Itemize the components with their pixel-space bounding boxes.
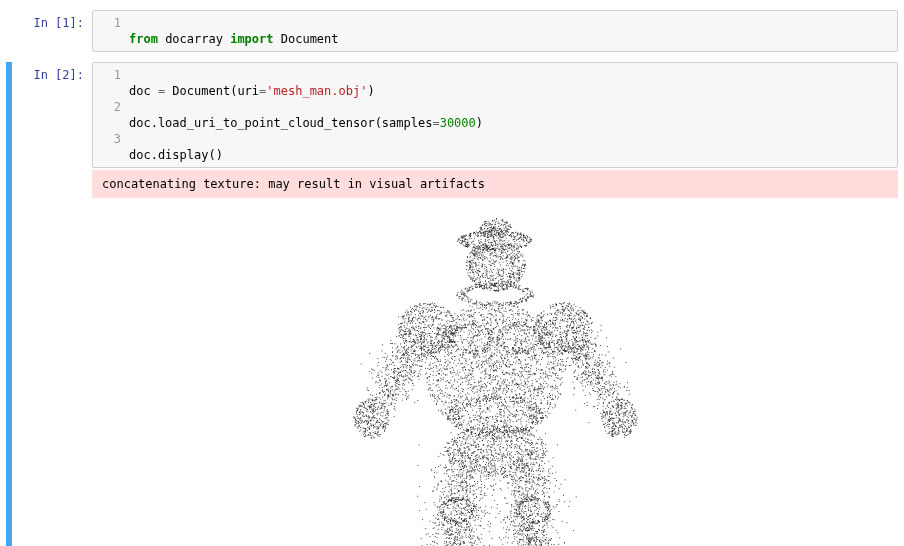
svg-rect-5067 (560, 303, 561, 304)
svg-rect-3403 (544, 338, 545, 339)
svg-rect-212 (476, 235, 477, 236)
svg-rect-1388 (509, 305, 510, 306)
svg-rect-6354 (378, 407, 379, 408)
svg-rect-5073 (571, 319, 572, 320)
svg-rect-9003 (469, 505, 470, 506)
svg-rect-2418 (443, 404, 444, 405)
svg-rect-6034 (551, 349, 552, 350)
svg-rect-1158 (474, 281, 475, 282)
svg-rect-9161 (516, 510, 517, 511)
svg-rect-892 (523, 271, 524, 272)
svg-rect-5994 (591, 375, 592, 376)
svg-rect-7062 (473, 440, 474, 441)
svg-rect-9925 (547, 523, 548, 524)
svg-rect-8178 (482, 498, 483, 499)
code-input-area[interactable]: 1 from docarray import Document (92, 10, 898, 52)
svg-rect-678 (493, 269, 494, 270)
svg-rect-8849 (540, 471, 541, 472)
svg-rect-3811 (461, 425, 462, 426)
svg-rect-965 (519, 260, 520, 261)
svg-rect-2917 (441, 364, 442, 365)
svg-rect-9856 (531, 537, 532, 538)
svg-rect-6016 (574, 387, 575, 388)
svg-rect-8168 (439, 522, 440, 523)
svg-rect-9428 (458, 532, 459, 533)
svg-rect-9790 (551, 538, 552, 539)
svg-rect-846 (496, 290, 497, 291)
svg-rect-4638 (445, 348, 446, 349)
svg-rect-7625 (493, 429, 494, 430)
svg-rect-3399 (505, 422, 506, 423)
svg-rect-2113 (547, 417, 548, 418)
svg-rect-5883 (585, 386, 586, 387)
svg-rect-5381 (409, 336, 410, 337)
svg-rect-631 (485, 246, 486, 247)
svg-rect-4371 (446, 314, 447, 315)
svg-rect-81 (489, 239, 490, 240)
svg-rect-6292 (575, 360, 576, 361)
svg-rect-8237 (465, 455, 466, 456)
svg-rect-1384 (460, 292, 461, 293)
svg-rect-4519 (418, 311, 419, 312)
svg-rect-2496 (509, 320, 510, 321)
svg-rect-2666 (480, 408, 481, 409)
svg-rect-1476 (507, 360, 508, 361)
svg-rect-6356 (366, 421, 367, 422)
display-output[interactable] (92, 198, 898, 546)
svg-rect-1959 (512, 349, 513, 350)
svg-rect-8012 (469, 492, 470, 493)
svg-rect-284 (483, 236, 484, 237)
svg-rect-7842 (475, 517, 476, 518)
code-input-area[interactable]: 1 doc = Document(uri='mesh_man.obj') 2 d… (92, 62, 898, 168)
svg-rect-8273 (494, 489, 495, 490)
svg-rect-9447 (435, 533, 436, 534)
svg-rect-3201 (462, 352, 463, 353)
svg-rect-1580 (507, 380, 508, 381)
svg-rect-3410 (462, 367, 463, 368)
svg-rect-2249 (445, 385, 446, 386)
svg-rect-9508 (449, 535, 450, 536)
svg-rect-274 (462, 241, 463, 242)
svg-rect-4992 (563, 303, 564, 304)
svg-rect-3409 (512, 373, 513, 374)
svg-rect-1490 (491, 368, 492, 369)
svg-rect-8398 (541, 457, 542, 458)
svg-rect-1339 (492, 303, 493, 304)
svg-rect-8582 (543, 483, 544, 484)
svg-rect-4065 (505, 330, 506, 331)
svg-rect-6111 (582, 340, 583, 341)
svg-rect-7782 (458, 482, 459, 483)
svg-rect-3879 (448, 416, 449, 417)
svg-rect-6458 (373, 408, 374, 409)
svg-rect-8749 (543, 488, 544, 489)
svg-rect-7510 (482, 440, 483, 441)
svg-rect-8186 (454, 441, 455, 442)
svg-rect-7644 (465, 448, 466, 449)
svg-rect-2449 (473, 324, 474, 325)
svg-rect-3279 (503, 320, 504, 321)
svg-rect-3156 (430, 374, 431, 375)
svg-rect-5137 (537, 316, 538, 317)
svg-rect-1165 (499, 285, 500, 286)
svg-rect-6792 (631, 431, 632, 432)
svg-rect-4886 (585, 324, 586, 325)
svg-rect-6096 (561, 353, 562, 354)
svg-rect-9367 (464, 520, 465, 521)
svg-rect-7541 (512, 430, 513, 431)
svg-rect-2822 (496, 392, 497, 393)
svg-rect-1342 (466, 295, 467, 296)
svg-rect-4601 (440, 330, 441, 331)
svg-rect-4960 (582, 325, 583, 326)
svg-rect-4799 (571, 305, 572, 306)
svg-rect-13 (484, 234, 485, 235)
svg-rect-8070 (460, 458, 461, 459)
svg-rect-5402 (400, 367, 401, 368)
svg-rect-3582 (494, 422, 495, 423)
svg-rect-2761 (474, 358, 475, 359)
svg-rect-5894 (586, 353, 587, 354)
svg-rect-5798 (587, 333, 588, 334)
svg-rect-5241 (406, 350, 407, 351)
svg-rect-1200 (515, 258, 516, 259)
svg-rect-4790 (554, 340, 555, 341)
svg-rect-8371 (487, 489, 488, 490)
